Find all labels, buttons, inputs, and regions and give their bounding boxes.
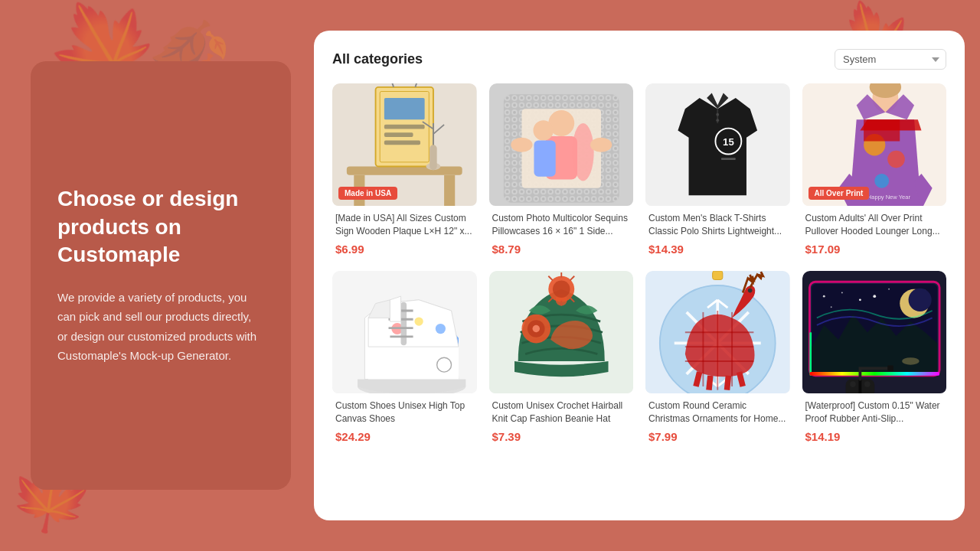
right-panel: All categories System Price: Low to High… — [314, 31, 965, 520]
svg-point-41 — [887, 151, 905, 168]
svg-line-85 — [709, 376, 710, 390]
svg-point-102 — [858, 298, 861, 301]
product-image-wrapper: Made in USA — [332, 83, 477, 206]
product-info: Custom Men's Black T-Shirts Classic Polo… — [645, 206, 790, 259]
product-info: Custom Adults' All Over Print Pullover H… — [802, 206, 947, 259]
product-card[interactable]: Custom Round Ceramic Christmas Ornaments… — [645, 271, 790, 446]
product-image-wrapper — [802, 271, 947, 393]
panel-header: All categories System Price: Low to High… — [332, 49, 946, 70]
product-badge: All Over Print — [808, 187, 870, 200]
svg-line-87 — [740, 372, 743, 386]
svg-point-111 — [902, 357, 920, 364]
product-name: Custom Adults' All Over Print Pullover H… — [805, 212, 944, 238]
product-name: Custom Men's Black T-Shirts Classic Polo… — [648, 212, 787, 238]
product-price: $14.39 — [648, 243, 787, 256]
sort-dropdown[interactable]: System Price: Low to High Price: High to… — [835, 49, 946, 70]
left-panel: Choose or design products on Customaple … — [31, 61, 291, 490]
product-name: Custom Shoes Unisex High Top Canvas Shoe… — [335, 399, 474, 425]
svg-point-103 — [888, 289, 890, 290]
svg-point-115 — [850, 381, 856, 387]
product-price: $24.29 — [335, 430, 474, 443]
svg-text:15: 15 — [723, 136, 734, 148]
product-name: Custom Photo Multicolor Sequins Pillowca… — [492, 212, 631, 238]
svg-rect-112 — [809, 372, 939, 376]
product-grid: Made in USA [Made in USA] All Sizes Cust… — [332, 83, 946, 446]
svg-point-27 — [572, 123, 593, 181]
svg-rect-114 — [858, 379, 861, 393]
svg-point-28 — [511, 138, 532, 152]
product-price: $14.19 — [805, 430, 944, 443]
product-info: Custom Photo Multicolor Sequins Pillowca… — [489, 206, 634, 259]
svg-point-35 — [716, 113, 719, 116]
panel-title: All categories — [332, 51, 423, 67]
product-card[interactable]: [Waterproof] Custom 0.15" Water Proof Ru… — [802, 271, 947, 446]
product-image-wrapper — [489, 271, 634, 393]
svg-point-94 — [748, 289, 753, 293]
svg-point-52 — [414, 317, 423, 325]
svg-point-107 — [873, 295, 876, 298]
svg-point-66 — [552, 280, 570, 298]
product-name: [Made in USA] All Sizes Custom Sign Wood… — [335, 212, 474, 238]
product-card[interactable]: Made in USA [Made in USA] All Sizes Cust… — [332, 83, 477, 259]
svg-rect-98 — [809, 332, 812, 376]
product-info: [Made in USA] All Sizes Custom Sign Wood… — [332, 206, 477, 259]
product-badge: Made in USA — [338, 187, 397, 200]
svg-point-42 — [874, 174, 889, 188]
svg-rect-54 — [401, 302, 407, 345]
product-price: $7.39 — [492, 430, 631, 443]
product-card[interactable]: 15 Custom Men's Black T-Shirts Classic P… — [645, 83, 790, 259]
svg-line-84 — [696, 372, 700, 386]
product-name: Custom Unisex Crochet Hairball Knit Cap … — [492, 399, 631, 425]
svg-rect-3 — [444, 175, 455, 206]
svg-point-109 — [908, 289, 931, 311]
svg-rect-6 — [384, 98, 425, 119]
svg-rect-13 — [430, 145, 436, 170]
svg-rect-8 — [384, 132, 413, 137]
svg-rect-1 — [347, 166, 462, 174]
svg-rect-7 — [384, 125, 425, 129]
svg-point-100 — [822, 295, 825, 297]
svg-rect-26 — [534, 140, 555, 176]
product-info: Custom Unisex Crochet Hairball Knit Cap … — [489, 393, 634, 446]
product-card[interactable]: Happy New Year All Over Print Custom Adu… — [802, 83, 947, 259]
svg-point-63 — [532, 325, 539, 332]
product-price: $7.99 — [648, 430, 787, 443]
product-card[interactable]: Custom Unisex Crochet Hairball Knit Cap … — [489, 271, 634, 446]
product-info: [Waterproof] Custom 0.15" Water Proof Ru… — [802, 393, 947, 446]
product-image-wrapper — [332, 271, 477, 393]
svg-point-29 — [590, 138, 611, 152]
product-image-wrapper — [489, 83, 634, 206]
svg-rect-9 — [384, 140, 420, 145]
product-name: [Waterproof] Custom 0.15" Water Proof Ru… — [805, 399, 944, 425]
main-heading: Choose or design products on Customaple — [57, 185, 264, 269]
svg-rect-33 — [721, 158, 736, 160]
product-name: Custom Round Ceramic Christmas Ornaments… — [648, 399, 787, 425]
svg-line-86 — [727, 376, 729, 390]
main-description: We provide a variety of products, you ca… — [57, 288, 264, 366]
svg-point-116 — [864, 381, 871, 387]
svg-point-53 — [436, 324, 446, 334]
product-price: $8.79 — [492, 243, 631, 256]
product-card[interactable]: Custom Shoes Unisex High Top Canvas Shoe… — [332, 271, 477, 446]
product-image-wrapper — [645, 271, 790, 393]
svg-point-25 — [533, 120, 553, 140]
svg-point-106 — [830, 306, 831, 308]
svg-text:Happy New Year: Happy New Year — [867, 194, 910, 201]
svg-rect-117 — [887, 365, 893, 371]
product-price: $6.99 — [335, 243, 474, 256]
svg-point-101 — [841, 292, 842, 293]
svg-rect-74 — [713, 271, 723, 279]
product-card[interactable]: Custom Photo Multicolor Sequins Pillowca… — [489, 83, 634, 259]
product-image-wrapper: Happy New Year All Over Print — [802, 83, 947, 206]
product-price: $17.09 — [805, 243, 944, 256]
product-info: Custom Round Ceramic Christmas Ornaments… — [645, 393, 790, 446]
product-info: Custom Shoes Unisex High Top Canvas Shoe… — [332, 393, 477, 446]
product-image-wrapper: 15 — [645, 83, 790, 206]
svg-point-36 — [716, 119, 719, 122]
